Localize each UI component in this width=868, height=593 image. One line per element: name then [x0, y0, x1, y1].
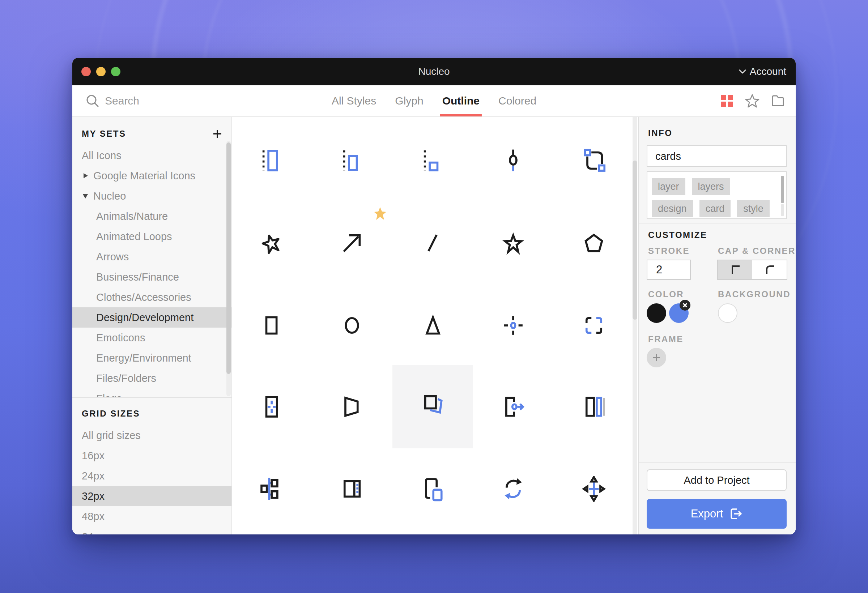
sidebar-scrollbar-thumb[interactable] — [226, 143, 231, 374]
sidebar-item-google-material-icons[interactable]: Google Material Icons — [72, 165, 232, 186]
export-button[interactable]: Export — [647, 499, 787, 529]
sidebar-item-nucleo[interactable]: Nucleo — [72, 186, 232, 206]
toolbar: Search All Styles Glyph Outline Colored — [72, 86, 796, 117]
grid-size-all[interactable]: All grid sizes — [72, 425, 232, 445]
grid-icon-pentagon[interactable] — [581, 230, 607, 256]
background-label: BACKGROUND — [718, 289, 791, 299]
sidebar-item-all-icons[interactable]: All Icons — [72, 145, 232, 165]
sidebar-item-clothes-accessories[interactable]: Clothes/Accessories — [72, 287, 232, 307]
grid-icon-sidebar-list[interactable] — [339, 476, 365, 502]
grid-size-48px[interactable]: 48px — [72, 506, 232, 527]
title-bar: Nucleo Account — [72, 58, 796, 86]
sidebar-item-label: Nucleo — [93, 190, 126, 202]
grid-icon-anchor-node[interactable] — [500, 148, 526, 174]
inspector-panel: INFO cards layer layers design card styl… — [638, 117, 796, 534]
folder-icon[interactable] — [771, 95, 785, 107]
cap-corner-label: CAP & CORNER — [718, 246, 796, 256]
grid-icon-duplicate[interactable] — [419, 476, 446, 502]
stroke-label: STROKE — [648, 246, 690, 256]
grid-size-24px[interactable]: 24px — [72, 466, 232, 486]
grid-icon-align-left-full[interactable] — [258, 148, 284, 174]
grid-icon-diagonal-line[interactable] — [419, 230, 446, 256]
grid-icon-artboard-center[interactable] — [258, 394, 284, 420]
add-to-project-button[interactable]: Add to Project — [647, 469, 787, 491]
tag-card[interactable]: card — [700, 200, 731, 217]
tab-glyph[interactable]: Glyph — [395, 86, 423, 117]
search-placeholder: Search — [105, 95, 139, 107]
sidebar-item-energy-environment[interactable]: Energy/Environment — [72, 348, 232, 368]
sidebar-item-flags[interactable]: Flags — [72, 388, 232, 397]
remove-color-badge[interactable] — [679, 300, 691, 311]
grid-icon-move-arrows[interactable] — [581, 476, 607, 502]
tab-all-styles[interactable]: All Styles — [332, 86, 376, 117]
caret-right-icon[interactable] — [82, 172, 89, 179]
sidebar-item-label: Arrows — [96, 251, 129, 263]
search-input[interactable]: Search — [86, 94, 139, 108]
account-menu[interactable]: Account — [738, 66, 786, 77]
grid-size-16px[interactable]: 16px — [72, 445, 232, 466]
favorite-badge-icon — [373, 207, 387, 221]
sidebar-item-files-folders[interactable]: Files/Folders — [72, 368, 232, 388]
icon-name-input[interactable]: cards — [647, 145, 787, 167]
tag-layer[interactable]: layer — [652, 178, 685, 195]
grid-icon-rectangle[interactable] — [258, 313, 284, 338]
sidebar-item-animals-nature[interactable]: Animals/Nature — [72, 206, 232, 226]
round-corner-icon — [763, 264, 776, 276]
grid-icon-export-object[interactable] — [500, 394, 526, 420]
sidebar-item-arrows[interactable]: Arrows — [72, 246, 232, 267]
sidebar-item-design-development[interactable]: Design/Development — [72, 307, 232, 327]
tag-layers[interactable]: layers — [692, 178, 730, 195]
grid-icon-star-rounded[interactable] — [258, 230, 284, 256]
grid-size-label: 64px — [82, 531, 105, 535]
grid-icon-triangle[interactable] — [419, 313, 446, 338]
grid-size-32px[interactable]: 32px — [72, 486, 232, 506]
tags-scrollbar-track[interactable] — [781, 204, 784, 216]
grid-view-icon[interactable] — [720, 94, 734, 108]
my-sets-header: MY SETS — [72, 117, 232, 145]
grid-sizes-header: GRID SIZES — [72, 398, 232, 425]
grid-icon-star[interactable] — [500, 230, 526, 256]
grid-icon-swap-corners[interactable] — [581, 148, 607, 174]
corner-miter-option[interactable] — [718, 260, 752, 279]
add-set-icon[interactable] — [213, 129, 222, 139]
stroke-width-input[interactable]: 2 — [647, 260, 691, 280]
grid-icon-arrow-up-right[interactable] — [339, 230, 365, 256]
sidebar-item-animated-loops[interactable]: Animated Loops — [72, 226, 232, 246]
grid-scrollbar-thumb[interactable] — [633, 161, 637, 320]
grid-icon-panels[interactable] — [581, 394, 607, 420]
grid-size-label: 48px — [82, 510, 105, 522]
grid-icon-perspective[interactable] — [339, 394, 365, 420]
grid-icon-align-bottom-left[interactable] — [419, 148, 446, 174]
tags-scrollbar-thumb[interactable] — [781, 176, 784, 203]
favorites-star-icon[interactable] — [745, 94, 760, 108]
grid-icon-rotate-copy[interactable] — [419, 394, 446, 420]
frame-label: FRAME — [648, 334, 683, 344]
corner-round-option[interactable] — [752, 260, 787, 279]
grid-icon-crosshair-center[interactable] — [500, 313, 526, 338]
grid-icon-ellipse[interactable] — [339, 313, 365, 338]
plus-icon — [652, 353, 661, 362]
grid-size-64px[interactable]: 64px — [72, 527, 232, 534]
stroke-width-value: 2 — [656, 263, 662, 276]
content-area: MY SETS All Icons Google Material Icons … — [72, 117, 796, 534]
tags-box[interactable]: layer layers design card style palette — [647, 171, 787, 219]
add-frame-button[interactable] — [647, 348, 666, 367]
grid-icon-frame-corners[interactable] — [581, 313, 607, 338]
cap-corner-toggle — [717, 260, 787, 280]
color-swatch-black[interactable] — [647, 303, 666, 323]
grid-icon-align-left-half[interactable] — [339, 148, 365, 174]
color-label: COLOR — [648, 289, 684, 299]
tab-colored[interactable]: Colored — [498, 86, 536, 117]
tag-style[interactable]: style — [737, 200, 770, 217]
background-swatch-white[interactable] — [718, 303, 737, 323]
sidebar-item-emoticons[interactable]: Emoticons — [72, 327, 232, 348]
section-divider — [639, 223, 796, 223]
grid-icon-rotate-refresh[interactable] — [500, 476, 526, 502]
grid-icon-distribute-nodes[interactable] — [258, 476, 284, 502]
tab-outline[interactable]: Outline — [442, 86, 480, 117]
sidebar-item-business-finance[interactable]: Business/Finance — [72, 267, 232, 287]
sidebar-item-label: Energy/Environment — [96, 352, 191, 364]
caret-down-icon[interactable] — [82, 192, 89, 199]
tag-design[interactable]: design — [652, 200, 693, 217]
export-icon — [729, 507, 743, 520]
